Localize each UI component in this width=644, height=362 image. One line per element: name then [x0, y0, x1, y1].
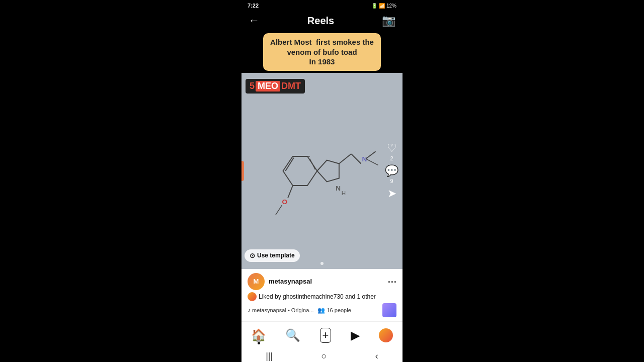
status-bar: 7:22 🔋 📶 12% — [242, 0, 403, 11]
svg-line-3 — [310, 158, 315, 169]
comment-icon: 💬 — [385, 164, 398, 177]
profile-nav-button[interactable] — [379, 328, 393, 342]
svg-line-12 — [288, 186, 293, 198]
music-tag-text: metasynapsal • Origina... — [252, 307, 313, 313]
post-thumbnail[interactable] — [382, 303, 396, 317]
status-time: 7:22 — [248, 3, 259, 9]
svg-line-10 — [366, 151, 375, 159]
action-icons: ♡ 2 💬 9 ➤ — [385, 142, 398, 200]
caption-bubble: Albert Most first smokes thevenom of buf… — [263, 33, 381, 71]
menu-sys-button[interactable]: ||| — [266, 351, 273, 361]
liked-by-text: Liked by ghostinthemachine730 and 1 othe… — [259, 293, 376, 300]
svg-line-11 — [366, 158, 378, 165]
liked-avatar — [248, 292, 257, 301]
post-avatar[interactable]: M — [248, 273, 265, 290]
progress-dot — [320, 262, 324, 265]
battery-percent: 12% — [386, 3, 396, 9]
music-icon: ♪ — [248, 307, 251, 314]
people-icon: 👥 — [317, 307, 325, 314]
music-tag[interactable]: ♪ metasynapsal • Origina... — [248, 307, 313, 314]
comment-button[interactable]: 💬 9 — [385, 164, 398, 184]
back-button[interactable]: ← — [249, 14, 260, 27]
caption-area: Albert Most first smokes thevenom of buf… — [242, 30, 403, 73]
home-sys-button[interactable]: ○ — [321, 351, 327, 361]
system-nav: ||| ○ ‹ — [242, 347, 403, 363]
nav-bar: ← Reels 📷 — [242, 11, 403, 30]
reels-icon: ▶ — [351, 328, 360, 342]
template-icon: ⊙ — [250, 252, 255, 259]
left-indicator — [242, 161, 244, 181]
svg-line-14 — [276, 205, 282, 214]
liked-by: Liked by ghostinthemachine730 and 1 othe… — [248, 292, 396, 301]
signal-icon: 📶 — [379, 3, 385, 9]
more-options-button[interactable]: ⋯ — [387, 276, 396, 287]
label-5: 5 — [250, 81, 255, 92]
svg-marker-0 — [283, 156, 317, 185]
svg-text:H: H — [342, 190, 346, 196]
add-icon: + — [320, 328, 332, 343]
home-nav-button[interactable]: 🏠 — [251, 328, 266, 342]
svg-text:O: O — [282, 198, 288, 205]
post-info: M metasynapsal ⋯ Liked by ghostinthemach… — [242, 269, 403, 321]
chemical-structure: N H N O — [247, 93, 397, 249]
label-dmt: DMT — [281, 81, 301, 92]
svg-marker-4 — [317, 160, 339, 182]
people-tag-text: 16 people — [327, 307, 351, 313]
video-title-label: 5 MEO DMT — [246, 79, 305, 94]
nav-title: Reels — [307, 15, 334, 27]
like-button[interactable]: ♡ 2 — [387, 142, 397, 161]
like-count: 2 — [390, 155, 393, 161]
bottom-nav: 🏠 🔍 + ▶ — [242, 321, 403, 347]
svg-line-1 — [285, 157, 293, 170]
comment-count: 9 — [390, 178, 393, 184]
send-icon: ➤ — [387, 187, 396, 200]
post-username[interactable]: metasynapsal — [269, 278, 312, 285]
search-icon: 🔍 — [285, 328, 300, 342]
svg-line-7 — [339, 154, 351, 163]
status-right-icons: 🔋 📶 12% — [371, 3, 396, 9]
svg-text:N: N — [336, 184, 341, 192]
heart-icon: ♡ — [387, 142, 397, 155]
search-nav-button[interactable]: 🔍 — [285, 328, 300, 342]
back-sys-button[interactable]: ‹ — [375, 351, 378, 361]
post-header: M metasynapsal ⋯ — [248, 273, 396, 290]
camera-button[interactable]: 📷 — [382, 14, 395, 27]
share-button[interactable]: ➤ — [387, 187, 396, 200]
reels-nav-button[interactable]: ▶ — [351, 328, 360, 342]
battery-icon: 🔋 — [371, 3, 377, 9]
people-tag[interactable]: 👥 16 people — [317, 307, 351, 314]
post-tags: ♪ metasynapsal • Origina... 👥 16 people — [248, 303, 396, 317]
use-template-button[interactable]: ⊙ Use template — [245, 249, 300, 262]
label-meo: MEO — [256, 81, 280, 92]
use-template-label: Use template — [257, 252, 295, 259]
profile-avatar — [379, 328, 393, 342]
video-area[interactable]: 5 MEO DMT N H — [242, 73, 403, 269]
add-nav-button[interactable]: + — [320, 328, 332, 343]
caption-text: Albert Most first smokes thevenom of buf… — [270, 38, 374, 66]
home-icon: 🏠 — [251, 328, 266, 342]
svg-line-8 — [351, 154, 361, 163]
